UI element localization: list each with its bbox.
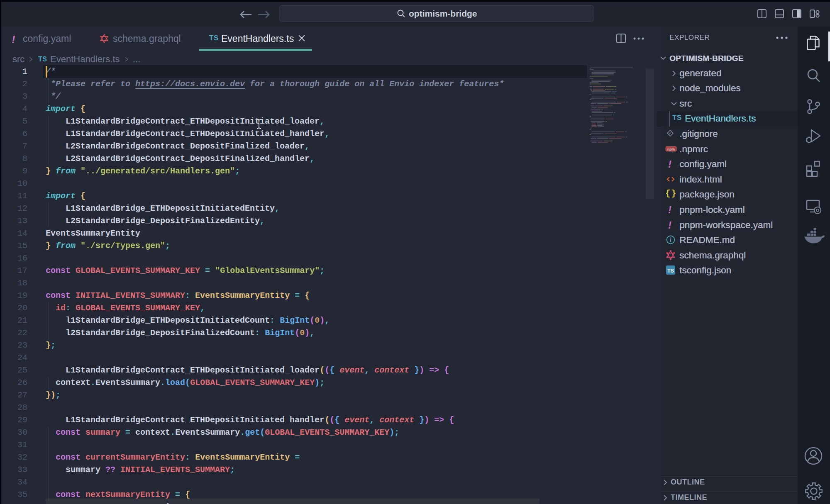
svg-text:npm: npm	[667, 147, 675, 151]
svg-text:TS: TS	[667, 268, 674, 274]
